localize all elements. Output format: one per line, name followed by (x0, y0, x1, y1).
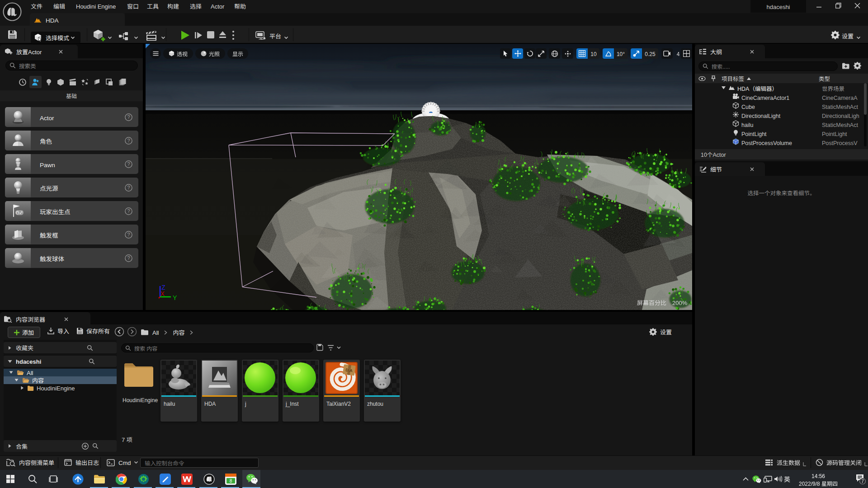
svg-text:Y: Y (173, 294, 177, 301)
svg-text:?: ? (127, 255, 130, 261)
svg-text:?: ? (127, 208, 130, 214)
svg-text:8: 8 (230, 479, 232, 483)
svg-text:屏幕百分比: 屏幕百分比 (637, 298, 666, 307)
svg-text:7: 7 (861, 479, 864, 484)
svg-text:?: ? (127, 161, 130, 167)
svg-text:200%: 200% (672, 298, 688, 307)
svg-text:X: X (160, 290, 165, 297)
svg-text:+: + (16, 211, 19, 215)
svg-text:?: ? (127, 232, 130, 237)
svg-text:?: ? (127, 138, 130, 143)
svg-text:?: ? (127, 114, 130, 120)
svg-text:?: ? (127, 185, 130, 190)
